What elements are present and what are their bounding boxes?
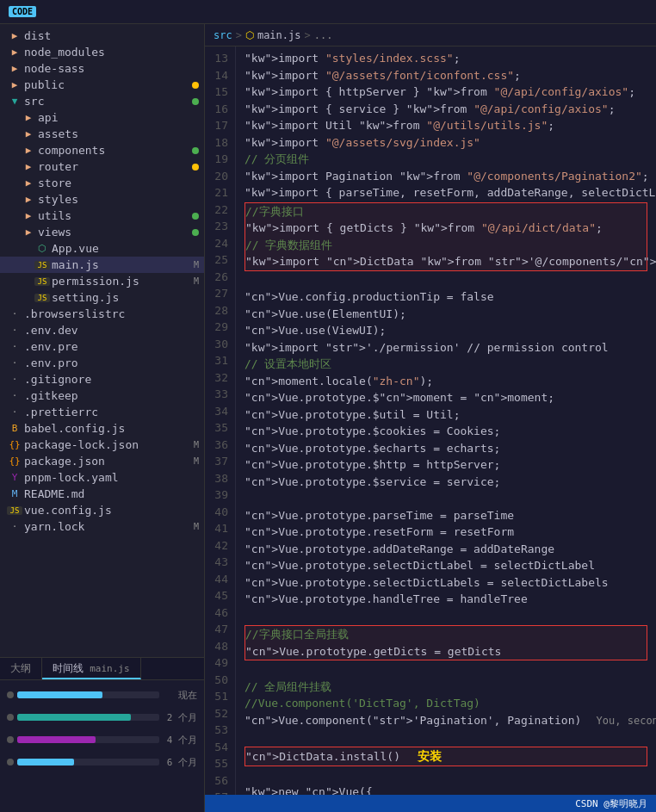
timeline-dot-2 — [7, 736, 14, 743]
line-numbers: 1314151617181920212223242526272829303132… — [205, 46, 236, 795]
tree-label-.env.pro: .env.pro — [22, 356, 204, 369]
tab-timeline[interactable]: 时间线 main.js — [42, 658, 141, 679]
line-number-38: 38 — [208, 470, 228, 487]
tree-item-package-lock.json[interactable]: {} package-lock.jsonM — [0, 437, 204, 453]
code-line-39 — [244, 490, 647, 507]
tree-item-node-sass[interactable]: ▶ node-sass — [0, 60, 204, 77]
tree-item-.prettierrc[interactable]: · .prettierrc — [0, 404, 204, 420]
tree-item-main.js[interactable]: JS main.jsM — [0, 257, 204, 273]
tree-label-public: public — [22, 78, 192, 91]
file-icon-package.json: {} — [7, 456, 22, 467]
line-number-19: 19 — [208, 151, 228, 168]
tree-item-permission.js[interactable]: JS permission.jsM — [0, 273, 204, 289]
file-icon-vue.config.js: JS — [7, 506, 22, 515]
line-number-18: 18 — [208, 134, 228, 152]
line-number-26: 26 — [208, 269, 228, 286]
tree-item-.gitkeep[interactable]: · .gitkeep — [0, 387, 204, 404]
tree-label-views: views — [36, 226, 192, 239]
tree-item-pnpm-lock.yaml[interactable]: Y pnpm-lock.yaml — [0, 469, 204, 486]
file-tree[interactable]: ▶ dist▶ node_modules▶ node-sass▶ public▼… — [0, 24, 204, 657]
tree-item-README.md[interactable]: M README.md — [0, 486, 204, 502]
code-line-33: "cn">Vue.prototype.$"cn">moment = "cn">m… — [244, 389, 647, 406]
tree-label-yarn.lock: yarn.lock — [22, 520, 194, 533]
tree-item-App.vue[interactable]: ⬡ App.vue — [0, 240, 204, 257]
app-logo: CODE — [9, 6, 36, 17]
code-line-45: "cn">Vue.prototype.handleTree = handleTr… — [244, 591, 647, 608]
tree-dot-public — [192, 82, 199, 89]
tree-label-router: router — [36, 160, 192, 173]
tree-item-yarn.lock[interactable]: · yarn.lockM — [0, 518, 204, 535]
tree-item-.env.dev[interactable]: · .env.dev — [0, 322, 204, 338]
code-line-38: "cn">Vue.prototype.$service = service; — [244, 474, 647, 491]
editor-breadcrumb: src > ⬡ main.js > ... — [205, 24, 656, 46]
tab-outline[interactable]: 大纲 — [0, 658, 42, 679]
code-line-53 — [244, 728, 647, 746]
line-number-49: 49 — [208, 654, 228, 672]
tree-item-components[interactable]: ▶ components — [0, 142, 204, 158]
tree-item-babel.config.js[interactable]: B babel.config.js — [0, 420, 204, 437]
code-content[interactable]: 1314151617181920212223242526272829303132… — [205, 46, 656, 795]
tree-item-dist[interactable]: ▶ dist — [0, 28, 204, 44]
code-line-16: "kw">import { service } "kw">from "@/api… — [244, 101, 647, 118]
timeline-bar-bg-1 — [17, 714, 159, 721]
line-number-45: 45 — [208, 587, 228, 604]
tree-item-views[interactable]: ▶ views — [0, 224, 204, 240]
file-icon-App.vue: ⬡ — [34, 243, 50, 254]
line-number-57: 57 — [208, 789, 228, 795]
tree-item-utils[interactable]: ▶ utils — [0, 208, 204, 224]
tree-item-.env.pre[interactable]: · .env.pre — [0, 338, 204, 355]
tree-item-router[interactable]: ▶ router — [0, 158, 204, 175]
code-line-26 — [244, 272, 647, 289]
file-icon-.env.dev: · — [7, 325, 22, 336]
line-number-16: 16 — [208, 101, 228, 118]
line-number-21: 21 — [208, 184, 228, 201]
tree-item-package.json[interactable]: {} package.jsonM — [0, 453, 204, 469]
file-icon-node-sass: ▶ — [7, 63, 22, 74]
tree-dot-views — [192, 229, 199, 236]
breadcrumb-sep2: > — [305, 29, 311, 41]
line-number-39: 39 — [208, 487, 228, 504]
file-icon-api: ▶ — [21, 112, 36, 123]
file-icon-store: ▶ — [21, 177, 36, 189]
tree-item-src[interactable]: ▼ src — [0, 93, 204, 109]
tree-label-src: src — [22, 95, 192, 108]
line-number-53: 53 — [208, 722, 228, 739]
code-line-29: "cn">Vue.use(ViewUI); — [244, 322, 647, 339]
tree-item-.browserslistrc[interactable]: · .browserslistrc — [0, 306, 204, 322]
file-icon-.env.pro: · — [7, 357, 22, 369]
line-number-50: 50 — [208, 672, 228, 689]
tree-label-main.js: main.js — [50, 258, 194, 271]
line-number-56: 56 — [208, 772, 228, 790]
code-line-15: "kw">import { httpServer } "kw">from "@/… — [244, 84, 647, 101]
tree-item-styles[interactable]: ▶ styles — [0, 191, 204, 208]
file-icon-main.js: JS — [34, 261, 50, 270]
code-line-56: "kw">new "cn">Vue({ — [244, 784, 647, 795]
line-number-37: 37 — [208, 453, 228, 470]
line-number-22: 22 — [208, 201, 228, 219]
bottom-tabs: 大纲 时间线 main.js — [0, 658, 204, 680]
bottom-panel: 大纲 时间线 main.js 现在2 个月4 个月6 个月 — [0, 657, 204, 812]
tree-item-vue.config.js[interactable]: JS vue.config.js — [0, 502, 204, 518]
file-icon-pnpm-lock.yaml: Y — [7, 472, 22, 483]
tree-item-.env.pro[interactable]: · .env.pro — [0, 355, 204, 371]
file-icon-components: ▶ — [21, 145, 36, 156]
tree-item-assets[interactable]: ▶ assets — [0, 126, 204, 142]
code-line-35: "cn">Vue.prototype.$cookies = Cookies; — [244, 423, 647, 440]
line-number-25: 25 — [208, 251, 228, 269]
tree-item-.gitignore[interactable]: · .gitignore — [0, 371, 204, 387]
tree-item-public[interactable]: ▶ public — [0, 77, 204, 93]
tree-item-store[interactable]: ▶ store — [0, 175, 204, 191]
code-line-34: "cn">Vue.prototype.$util = Util; — [244, 406, 647, 424]
sidebar: ▶ dist▶ node_modules▶ node-sass▶ public▼… — [0, 24, 205, 812]
code-line-40: "cn">Vue.prototype.parseTime = parseTime — [244, 507, 647, 524]
line-number-28: 28 — [208, 302, 228, 319]
line-number-41: 41 — [208, 520, 228, 537]
tree-item-node_modules[interactable]: ▶ node_modules — [0, 44, 204, 60]
line-number-34: 34 — [208, 403, 228, 420]
tree-item-setting.js[interactable]: JS setting.js — [0, 289, 204, 306]
tree-badge-package.json: M — [194, 456, 199, 466]
code-editor: 1314151617181920212223242526272829303132… — [205, 46, 656, 795]
tree-item-api[interactable]: ▶ api — [0, 109, 204, 126]
file-icon-router: ▶ — [21, 161, 36, 172]
line-number-40: 40 — [208, 504, 228, 521]
